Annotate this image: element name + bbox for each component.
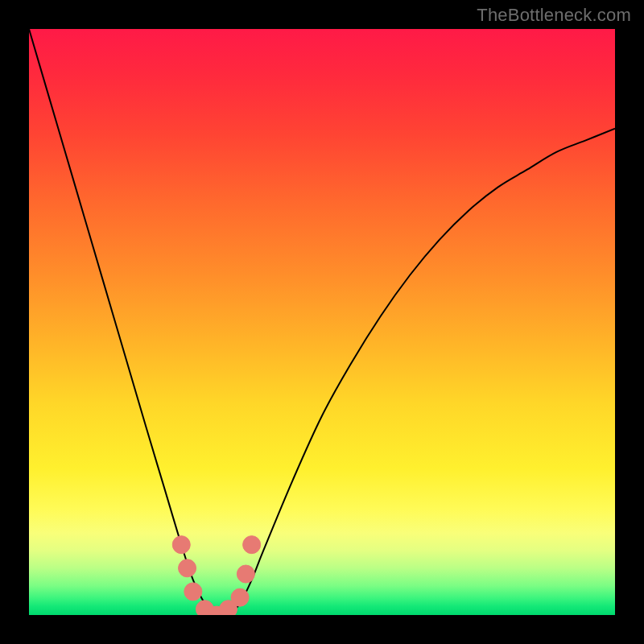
- chart-curve: [29, 29, 615, 615]
- watermark-text: TheBottleneck.com: [477, 5, 631, 26]
- chart-plot-area: [29, 29, 615, 615]
- chart-marker: [220, 601, 237, 615]
- chart-marker: [237, 565, 254, 583]
- chart-marker: [243, 536, 261, 554]
- chart-svg: [29, 29, 615, 615]
- chart-marker: [184, 583, 202, 601]
- chart-marker: [196, 601, 213, 615]
- chart-marker: [231, 588, 249, 606]
- chart-marker: [179, 559, 196, 577]
- chart-frame: TheBottleneck.com: [0, 0, 644, 644]
- chart-marker-cluster: [172, 536, 260, 615]
- chart-marker: [172, 536, 190, 554]
- chart-marker: [208, 606, 225, 615]
